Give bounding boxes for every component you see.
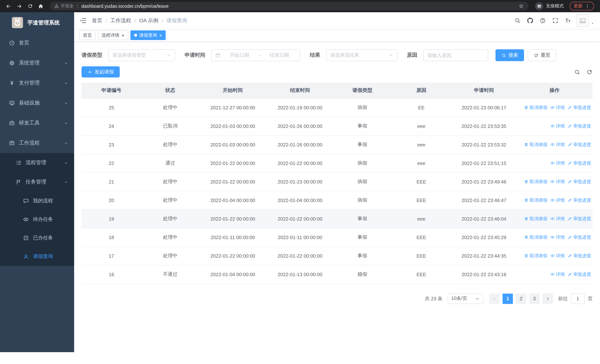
caret-down-icon[interactable]: [591, 21, 594, 25]
table-row[interactable]: 25处理中2021-12-27 00:00:002022-01-19 00:00…: [82, 98, 593, 117]
help-icon[interactable]: [537, 15, 548, 26]
sidebar-item-workflow[interactable]: 工作流程: [0, 133, 74, 153]
cancel-leave-link[interactable]: 取消请假: [524, 197, 547, 203]
approval-progress-link[interactable]: 审批进度: [568, 141, 591, 148]
detail-link[interactable]: 详情: [550, 253, 565, 259]
address-bar[interactable]: 不安全 dashboard.yudao.iocoder.cn/bpm/oa/le…: [50, 2, 528, 10]
table-row[interactable]: 21处理中2022-01-22 00:00:002022-01-23 00:00…: [82, 172, 593, 191]
reason-input[interactable]: [423, 49, 488, 61]
cancel-leave-link[interactable]: 取消请假: [524, 253, 547, 259]
page-button-1[interactable]: 1: [503, 293, 513, 304]
chrome-update-button[interactable]: 更新: [570, 2, 594, 10]
browser-menu-icon[interactable]: [585, 3, 590, 9]
detail-link[interactable]: 详情: [550, 178, 565, 185]
sidebar-item-my-process[interactable]: 我的流程: [0, 192, 74, 210]
sidebar-item-todo-tasks[interactable]: 待办任务: [0, 210, 74, 229]
sidebar-item-system-management[interactable]: 系统管理: [0, 53, 74, 73]
chat-icon: [23, 198, 29, 204]
create-leave-button[interactable]: 发起请假: [82, 66, 120, 77]
tab-close-icon[interactable]: ×: [122, 33, 124, 38]
detail-link[interactable]: 详情: [550, 160, 565, 166]
table-row[interactable]: 22通过2022-01-22 00:00:002022-01-22 00:00:…: [82, 154, 593, 172]
detail-link[interactable]: 详情: [550, 271, 565, 278]
table-row[interactable]: 20处理中2022-01-04 00:00:002022-01-04 00:00…: [82, 191, 593, 209]
breadcrumb: 首页 / 工作流程 / OA 示例 / 请假查询: [92, 17, 512, 24]
approval-progress-link[interactable]: 审批进度: [568, 178, 591, 185]
apply-time-range-picker[interactable]: 开始日期 - 结束日期: [211, 49, 300, 61]
fullscreen-icon[interactable]: [550, 15, 560, 26]
sidebar-toggle-icon[interactable]: [80, 17, 87, 24]
sidebar-item-label: 支付管理: [19, 80, 60, 86]
detail-link[interactable]: 详情: [550, 197, 565, 203]
sidebar-item-home[interactable]: 首页: [0, 33, 74, 53]
tab-close-icon[interactable]: ×: [159, 33, 162, 38]
app-logo[interactable]: 芋道管理系统: [0, 12, 74, 33]
approval-progress-link[interactable]: 审批进度: [568, 104, 591, 111]
approval-progress-link[interactable]: 审批进度: [568, 253, 591, 259]
bookmark-star-icon[interactable]: [518, 3, 524, 9]
cell-status: 处理中: [141, 135, 199, 154]
next-page-button[interactable]: [543, 293, 553, 304]
approval-progress-link[interactable]: 审批进度: [568, 160, 591, 166]
page-button-2[interactable]: 2: [516, 293, 526, 304]
approval-progress-link[interactable]: 审批进度: [568, 197, 591, 203]
breadcrumb-item-workflow[interactable]: 工作流程: [111, 17, 131, 24]
detail-link[interactable]: 详情: [550, 104, 565, 111]
table-row[interactable]: 24已取消2022-01-03 00:00:002022-01-26 00:00…: [82, 117, 593, 135]
browser-home-icon[interactable]: [36, 1, 46, 11]
search-icon[interactable]: [512, 15, 523, 26]
approval-progress-link[interactable]: 审批进度: [568, 215, 591, 222]
tab-leave-query[interactable]: 请假查询×: [130, 30, 166, 40]
browser-reload-icon[interactable]: [25, 1, 35, 11]
breadcrumb-item-oa-example[interactable]: OA 示例: [139, 17, 159, 24]
font-size-icon[interactable]: [562, 15, 573, 26]
sidebar-item-process-management[interactable]: 流程管理: [0, 153, 74, 172]
tab-process-detail[interactable]: 流程详情×: [98, 30, 128, 40]
tab-home[interactable]: 首页: [79, 30, 96, 40]
cancel-leave-link[interactable]: 取消请假: [524, 178, 547, 185]
approval-progress-link[interactable]: 审批进度: [568, 271, 591, 278]
cancel-leave-link[interactable]: 取消请假: [524, 215, 547, 222]
sidebar-item-task-management[interactable]: 任务管理: [0, 172, 74, 192]
detail-link[interactable]: 详情: [550, 215, 565, 222]
cancel-leave-link[interactable]: 取消请假: [524, 141, 547, 148]
cell-actions: 取消请假详情审批进度: [516, 228, 593, 246]
action-label: 审批进度: [573, 271, 591, 278]
refresh-table-icon[interactable]: [586, 69, 593, 75]
github-icon[interactable]: [525, 15, 535, 26]
table-row[interactable]: 23处理中2022-01-03 00:00:002022-01-26 00:00…: [82, 135, 593, 154]
avatar[interactable]: [576, 14, 589, 27]
action-label: 取消请假: [530, 234, 547, 240]
browser-back-icon[interactable]: [4, 1, 13, 11]
breadcrumb-item-home[interactable]: 首页: [92, 17, 102, 24]
table-row[interactable]: 19处理中2022-01-22 00:00:002022-01-22 00:00…: [82, 209, 593, 228]
goto-page-input[interactable]: [571, 293, 585, 304]
sidebar-item-payment-management[interactable]: 支付管理: [0, 73, 74, 93]
prev-page-button[interactable]: [489, 293, 500, 304]
search-button[interactable]: 搜索: [496, 49, 524, 61]
leave-type-select[interactable]: 请选择请假类型: [108, 49, 175, 61]
page-button-3[interactable]: 3: [529, 293, 540, 304]
sidebar-item-label: 工作流程: [19, 140, 60, 146]
approval-progress-link[interactable]: 审批进度: [568, 234, 591, 240]
detail-link[interactable]: 详情: [550, 141, 565, 148]
table-row[interactable]: 17处理中2022-01-22 00:00:002022-01-22 00:00…: [82, 246, 593, 265]
toggle-search-icon[interactable]: [574, 69, 580, 75]
detail-link[interactable]: 详情: [550, 123, 565, 129]
sidebar-item-infrastructure[interactable]: 基础设施: [0, 93, 74, 113]
browser-forward-icon[interactable]: [14, 1, 24, 11]
table-row[interactable]: 18处理中2022-01-11 00:00:002022-01-11 00:00…: [82, 228, 593, 246]
reset-button[interactable]: 重置: [528, 49, 556, 61]
approval-progress-link[interactable]: 审批进度: [568, 123, 591, 129]
sidebar-item-leave-query[interactable]: 请假查询: [0, 247, 74, 266]
page-size-select[interactable]: 10条/页: [448, 293, 483, 304]
sidebar-item-dev-tools[interactable]: 研发工具: [0, 113, 74, 133]
table-row[interactable]: 16不通过2022-01-04 00:00:002022-01-13 00:00…: [82, 265, 593, 284]
sidebar-item-done-tasks[interactable]: 已办任务: [0, 229, 74, 247]
sidebar-item-label: 待办任务: [33, 216, 68, 223]
cancel-leave-link[interactable]: 取消请假: [524, 234, 547, 240]
user-menu[interactable]: [576, 14, 594, 27]
cancel-leave-link[interactable]: 取消请假: [524, 104, 547, 111]
detail-link[interactable]: 详情: [550, 234, 565, 240]
result-select[interactable]: 请选择流结果: [326, 49, 397, 61]
